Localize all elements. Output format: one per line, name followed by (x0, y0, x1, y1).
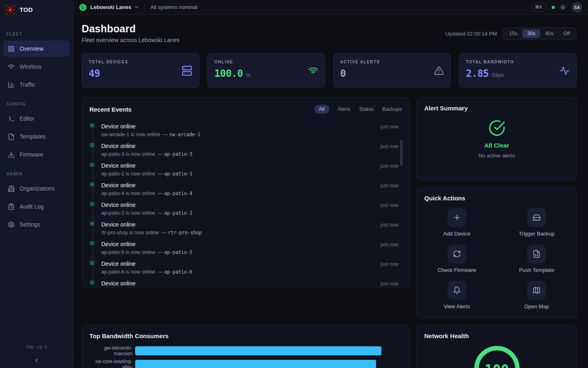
server-icon (89, 162, 96, 168)
stat-label: ACTIVE ALERTS (340, 60, 444, 64)
event-device: ap-patio-3 (164, 151, 192, 157)
recent-events-panel: Recent Events All Alerts Status Backups … (82, 97, 410, 287)
tab-alerts[interactable]: Alerts (338, 106, 351, 112)
network-health-title: Network Health (424, 332, 469, 339)
stat-cards-row: TOTAL DEVICES 49 ONLINE 100.0 % ACTIVE A… (82, 53, 577, 88)
event-time: just now (381, 163, 399, 169)
server-icon (89, 220, 96, 227)
bandwidth-chart: gw-lebowski-mansion sw-core-bowling-alle… (82, 346, 409, 368)
sidebar-item-label: Traffic (20, 81, 35, 88)
app-version: TOD v9.5 (0, 345, 73, 350)
event-time: just now (381, 281, 399, 287)
sidebar-item-firmware[interactable]: Firmware (3, 146, 70, 163)
sidebar-item-settings[interactable]: Settings (3, 216, 70, 233)
network-health-panel: Network Health 100 (416, 325, 577, 368)
app-logo-icon (5, 4, 16, 15)
bandwidth-device-label: gw-lebowski-mansion (89, 345, 135, 357)
event-time: just now (381, 202, 399, 208)
refresh-60s-button[interactable]: 60s (540, 29, 558, 38)
server-icon (89, 260, 96, 266)
grid-icon (8, 45, 15, 52)
refresh-30s-button[interactable]: 30s (522, 29, 540, 38)
event-title: Device online (101, 160, 399, 169)
sidebar-collapse-button[interactable] (0, 352, 73, 368)
push-template-button[interactable]: Push Template (497, 245, 577, 281)
events-list[interactable]: Device online just now sw-arcade-1 is no… (82, 121, 409, 285)
clipboard-icon (8, 203, 15, 210)
alert-triangle-icon (434, 66, 444, 76)
trigger-backup-button[interactable]: Trigger Backup (497, 208, 577, 245)
sidebar-item-label: Overview (20, 45, 43, 52)
org-switcher[interactable]: Lebowski Lanes (90, 4, 131, 10)
sidebar-item-label: Editor (20, 115, 35, 122)
stat-card-active-alerts: ACTIVE ALERTS 0 (333, 53, 451, 88)
terminal-icon (8, 115, 15, 122)
recent-events-title: Recent Events (89, 106, 131, 113)
nav-section-admin: ADMIN (7, 172, 67, 176)
sidebar-item-traffic[interactable]: Traffic (3, 76, 70, 93)
event-time: just now (381, 242, 399, 247)
event-row: Device online just now ap-patio-5 is now… (82, 239, 409, 258)
server-icon (89, 142, 96, 148)
event-time: just now (381, 183, 399, 188)
hard-drive-icon (532, 213, 541, 222)
main-content: Dashboard Fleet overview across Lebowski… (74, 15, 588, 368)
map-icon (532, 286, 541, 294)
event-device: ap-patio-4 (164, 191, 192, 196)
sidebar-item-organizations[interactable]: Organizations (3, 180, 70, 197)
events-scrollbar[interactable] (400, 140, 403, 166)
event-device: ap-patio-1 (164, 171, 192, 177)
sidebar-item-editor[interactable]: Editor (3, 110, 70, 127)
activity-icon (559, 65, 570, 76)
event-time: just now (381, 124, 399, 130)
event-row: Device online just now ap-patio-6 is now… (82, 258, 409, 278)
app-name: TOD (20, 6, 33, 13)
alert-status-text: All Clear (484, 142, 509, 149)
view-alerts-button[interactable]: View Alerts (417, 281, 497, 317)
sidebar-item-label: Templates (20, 133, 46, 140)
user-avatar[interactable]: SA (572, 2, 582, 13)
gear-icon (8, 221, 15, 228)
server-icon (89, 240, 96, 247)
tab-all[interactable]: All (314, 105, 329, 114)
chevron-left-icon (33, 357, 40, 364)
sidebar-item-overview[interactable]: Overview (3, 40, 70, 57)
event-row: Device online just now ap-patio-1 is now… (82, 160, 409, 180)
event-time: just now (381, 144, 399, 149)
command-palette-shortcut[interactable]: ⌘K (531, 3, 546, 11)
open-map-button[interactable]: Open Map (497, 281, 577, 317)
stat-unit: % (246, 72, 251, 78)
stat-unit: Gbps (492, 72, 504, 78)
sidebar-item-label: Audit Log (20, 203, 44, 210)
live-status-dot (552, 6, 555, 9)
sun-icon[interactable] (560, 4, 566, 10)
event-row: Device online just now rtr-pro-shop is n… (82, 219, 409, 239)
bandwidth-bar (135, 360, 376, 368)
bar-chart-icon (8, 81, 15, 88)
quick-action-label: Push Template (519, 267, 554, 273)
alert-summary-title: Alert Summary (424, 105, 468, 112)
event-title: Device online (101, 239, 399, 247)
sidebar-item-templates[interactable]: Templates (3, 128, 70, 145)
bandwidth-row: gw-lebowski-mansion (89, 346, 403, 355)
health-score: 100 (485, 362, 509, 368)
add-device-button[interactable]: Add Device (417, 208, 497, 245)
refresh-15s-button[interactable]: 15s (504, 29, 522, 38)
wifi-icon (308, 66, 318, 76)
event-title: Device online (101, 278, 399, 287)
event-desc: ap-patio-5 is now online (101, 249, 155, 255)
alert-summary-panel: Alert Summary All Clear No active alerts (416, 97, 577, 180)
tab-status[interactable]: Status (359, 106, 374, 112)
sidebar-item-audit-log[interactable]: Audit Log (3, 198, 70, 215)
quick-action-label: View Alerts (444, 303, 470, 310)
app-logo-row: TOD (0, 0, 73, 20)
refresh-off-button[interactable]: Off (559, 29, 575, 38)
quick-action-label: Open Map (524, 303, 549, 310)
tab-backups[interactable]: Backups (382, 106, 402, 112)
event-title: Device online (101, 219, 399, 228)
sidebar-item-wireless[interactable]: Wireless (3, 58, 70, 75)
chevron-down-icon[interactable] (134, 4, 139, 10)
nav-section-config: CONFIG (7, 102, 67, 106)
check-firmware-button[interactable]: Check Firmware (417, 245, 497, 281)
stat-label: ONLINE (214, 60, 318, 64)
